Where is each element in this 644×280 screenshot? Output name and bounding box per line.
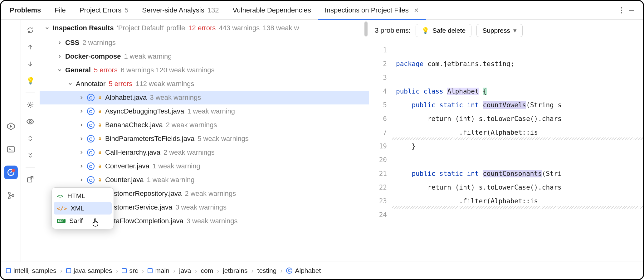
chevron-right-icon[interactable]	[79, 150, 84, 155]
chevron-right-icon[interactable]	[79, 95, 84, 100]
tool-window-rail	[1, 20, 21, 262]
breadcrumb-item[interactable]: jetbrains	[223, 267, 247, 274]
vcs-tool-button[interactable]	[4, 189, 18, 202]
svg-rect-19	[99, 138, 101, 140]
chevron-right-icon[interactable]	[79, 136, 84, 141]
line-number: 19	[369, 139, 387, 153]
tree-node-docker[interactable]: Docker-compose 1 weak warning	[40, 50, 369, 63]
breadcrumb-item[interactable]: main	[148, 267, 169, 274]
tab-file[interactable]: File	[48, 1, 72, 20]
chevron-down-icon[interactable]	[45, 26, 50, 31]
code-editor[interactable]: package com.jetbrains.testing; public cl…	[392, 41, 643, 262]
editor-gutter: 1234567192021222324	[369, 41, 392, 262]
svg-point-2	[621, 12, 622, 13]
tree-file-node[interactable]: CBananaCheck.java2 weak warnings	[40, 118, 369, 132]
chevron-right-icon[interactable]	[79, 164, 84, 169]
java-class-icon: C	[87, 121, 95, 129]
line-number: 24	[369, 208, 387, 222]
popup-item-xml[interactable]: </> XML	[54, 202, 112, 215]
tab-vulnerable-dependencies[interactable]: Vulnerable Dependencies	[226, 1, 318, 20]
svg-point-11	[8, 197, 10, 199]
breadcrumb-item[interactable]: java-samples	[66, 267, 112, 274]
chevron-right-icon[interactable]	[79, 123, 84, 128]
close-icon[interactable]: ✕	[414, 7, 419, 14]
lock-icon	[98, 95, 102, 100]
breadcrumb-item[interactable]: testing	[257, 267, 277, 274]
file-name: AsyncDebuggingTest.java	[105, 107, 184, 115]
bulb-icon[interactable]: 💡	[24, 75, 37, 87]
inspection-results-header[interactable]: Inspection Results 'Project Default' pro…	[40, 20, 369, 35]
line-number: 3	[369, 71, 387, 84]
tree-file-node[interactable]: CAlphabet.java3 weak warnings	[40, 91, 369, 104]
chevron-right-icon[interactable]	[79, 177, 84, 182]
tab-problems[interactable]: Problems	[3, 1, 48, 20]
chevron-right-icon: ›	[194, 267, 198, 274]
scrollbar[interactable]	[364, 22, 368, 36]
sarif-icon: SRF	[57, 219, 66, 223]
expand-collapse-icon[interactable]	[24, 132, 37, 145]
svg-point-12	[12, 195, 14, 197]
gear-icon[interactable]	[24, 99, 37, 111]
chevron-right-icon[interactable]	[57, 40, 62, 45]
line-number: 22	[369, 181, 387, 194]
lock-icon	[98, 178, 102, 182]
services-tool-button[interactable]	[4, 119, 18, 133]
svg-marker-5	[10, 125, 12, 128]
minimize-icon[interactable]	[628, 7, 635, 14]
line-number: 5	[369, 98, 387, 112]
tree-node-annotator[interactable]: Annotator 5 errors 112 weak warnings	[40, 77, 369, 91]
line-number: 1	[369, 43, 387, 57]
fold-indicator	[392, 138, 643, 140]
file-name: CustomerService.java	[105, 203, 172, 211]
tab-project-errors[interactable]: Project Errors 5	[73, 1, 135, 20]
java-class-icon: C	[87, 94, 95, 101]
chevron-down-icon[interactable]	[57, 68, 62, 73]
module-icon	[122, 268, 127, 273]
tree-node-general[interactable]: General 5 errors 6 warnings 120 weak war…	[40, 63, 369, 77]
popup-item-sarif[interactable]: SRF Sarif	[52, 215, 114, 227]
svg-rect-17	[99, 111, 101, 113]
chevron-right-icon: ›	[216, 267, 220, 274]
java-class-icon: C	[87, 135, 95, 142]
problems-tool-window-tabs: Problems File Project Errors 5 Server-si…	[1, 1, 643, 20]
svg-rect-22	[99, 180, 101, 181]
chevron-down-icon[interactable]	[68, 81, 73, 86]
tree-file-node[interactable]: CAsyncDebuggingTest.java1 weak warning	[40, 104, 369, 118]
tree-file-node[interactable]: CBindParametersToFields.java5 weak warni…	[40, 132, 369, 146]
tree-file-node[interactable]: CConverter.java1 weak warning	[40, 159, 369, 173]
svg-point-10	[8, 192, 10, 194]
tree-file-node[interactable]: CCounter.java1 weak warning	[40, 173, 369, 187]
eye-icon[interactable]	[24, 115, 37, 128]
line-number: 21	[369, 167, 387, 181]
tree-file-node[interactable]: CCallHeirarchy.java2 weak warnings	[40, 146, 369, 159]
terminal-tool-button[interactable]	[4, 142, 18, 156]
line-number: 20	[369, 153, 387, 167]
tree-profile: 'Project Default' profile	[117, 24, 185, 32]
collapse-all-icon[interactable]	[24, 149, 37, 162]
tab-server-side-analysis[interactable]: Server-side Analysis 132	[135, 1, 226, 20]
breadcrumb-item[interactable]: intellij-samples	[6, 267, 56, 274]
problems-tool-button[interactable]	[4, 166, 18, 179]
arrow-up-icon[interactable]	[24, 41, 37, 53]
export-icon[interactable]	[24, 173, 37, 186]
svg-point-1	[621, 9, 622, 11]
chevron-right-icon[interactable]	[79, 109, 84, 114]
file-name: Counter.java	[105, 176, 144, 184]
arrow-down-icon[interactable]	[24, 58, 37, 70]
svg-rect-16	[99, 97, 101, 99]
refresh-icon[interactable]	[24, 24, 37, 36]
breadcrumb-item[interactable]: com	[201, 267, 213, 274]
suppress-button[interactable]: Suppress ▾	[476, 24, 523, 37]
breadcrumb-item[interactable]: src	[122, 267, 138, 274]
file-info: 1 weak warning	[187, 107, 235, 115]
tab-inspections-on-project-files[interactable]: Inspections on Project Files ✕	[318, 1, 426, 20]
tree-node-css[interactable]: CSS 2 warnings	[40, 36, 369, 50]
breadcrumb-item[interactable]: CAlphabet	[286, 267, 321, 274]
chevron-right-icon[interactable]	[57, 54, 62, 59]
tree-error-count: 12 errors	[188, 24, 216, 32]
kebab-menu-icon[interactable]	[621, 7, 622, 14]
breadcrumb-item[interactable]: java	[179, 267, 191, 274]
popup-item-html[interactable]: <> HTML	[52, 190, 114, 202]
safe-delete-button[interactable]: 💡 Safe delete	[416, 24, 471, 37]
svg-rect-20	[99, 152, 101, 154]
